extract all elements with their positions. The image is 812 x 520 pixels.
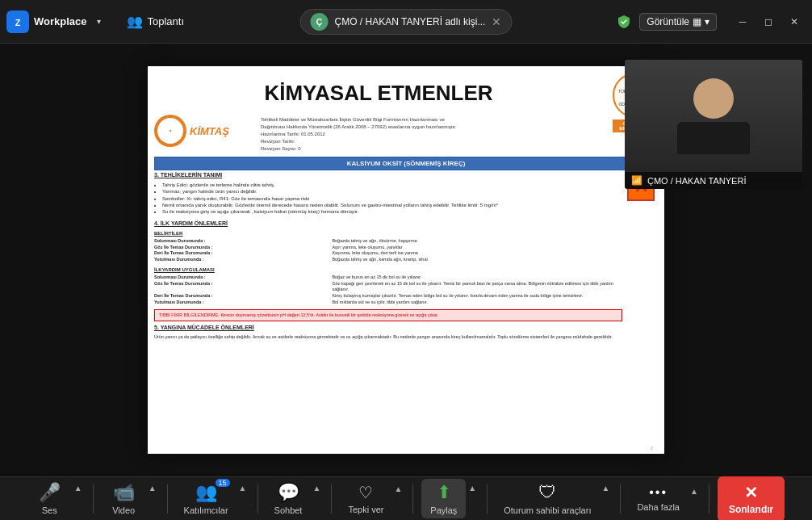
participant-face bbox=[625, 60, 802, 189]
kimtas-logo-area: ✦ KİMTAŞ bbox=[154, 115, 229, 147]
belirtiler-title: BELİRTİLER bbox=[154, 230, 622, 237]
meeting-button[interactable]: 👥 Toplantı bbox=[117, 10, 195, 32]
meeting-toolbar: 🎤 Ses ▲ 📹 Video ▲ 👥 Katılımcılar 15 ▲ 💬 … bbox=[0, 476, 812, 520]
reactions-label: Tepki ver bbox=[348, 505, 383, 514]
close-meeting-icon[interactable]: ✕ bbox=[492, 15, 501, 28]
active-meeting-pill[interactable]: Ç ÇMO / HAKAN TANYERİ adlı kişi... ✕ bbox=[300, 9, 513, 35]
end-icon: ✕ bbox=[744, 483, 758, 502]
window-controls: ─ ◻ ✕ bbox=[731, 10, 806, 33]
ilkyardim-table: Solunması Durumunda :Boğaz ve burun en a… bbox=[154, 275, 622, 305]
audio-button[interactable]: 🎤 Ses bbox=[27, 479, 72, 518]
participant-video-tile: 📶 ÇMO / HAKAN TANYERİ bbox=[625, 60, 802, 189]
main-content-area: KİMYASAL ETMENLER TMSORTÜRK MÜHENDİSVE M… bbox=[0, 44, 812, 476]
microphone-icon: 🎤 bbox=[39, 482, 61, 503]
divider-1 bbox=[93, 484, 94, 514]
reactions-dropdown-arrow[interactable]: ▲ bbox=[391, 484, 404, 493]
audio-label: Ses bbox=[42, 505, 57, 515]
divider-3 bbox=[257, 484, 258, 514]
more-button[interactable]: ••• Daha fazla bbox=[629, 482, 688, 515]
host-tools-button[interactable]: 🛡 Oturum sahibi araçları bbox=[496, 479, 599, 518]
more-label: Daha fazla bbox=[637, 502, 680, 512]
reactions-icon: ♡ bbox=[358, 483, 373, 502]
chat-button[interactable]: 💬 Sohbet bbox=[266, 479, 311, 518]
participant-name-bar: 📶 ÇMO / HAKAN TANYERİ bbox=[625, 172, 802, 189]
end-group: ✕ Sonlandır bbox=[713, 476, 789, 521]
host-tools-label: Oturum sahibi araçları bbox=[504, 505, 591, 515]
more-group: ••• Daha fazla ▲ bbox=[624, 482, 705, 515]
share-icon: ⬆ bbox=[437, 482, 451, 503]
participants-button[interactable]: 👥 Katılımcılar 15 bbox=[176, 479, 236, 518]
close-button[interactable]: ✕ bbox=[783, 10, 806, 33]
minimize-button[interactable]: ─ bbox=[731, 10, 754, 33]
app-dropdown-arrow[interactable]: ▾ bbox=[97, 17, 101, 26]
share-button[interactable]: ⬆ Paylaş bbox=[421, 479, 466, 518]
svg-text:Z: Z bbox=[15, 18, 21, 27]
page-number: 2 bbox=[651, 446, 653, 451]
video-dropdown-arrow[interactable]: ▲ bbox=[146, 484, 159, 493]
chat-dropdown-arrow[interactable]: ▲ bbox=[311, 484, 324, 493]
divider-4 bbox=[331, 484, 332, 514]
restore-button[interactable]: ◻ bbox=[757, 10, 780, 33]
participants-icon: 👥 bbox=[195, 482, 217, 503]
view-dropdown-arrow: ▾ bbox=[705, 16, 709, 27]
zoom-logo-icon: Z bbox=[6, 10, 29, 33]
meeting-label: Toplantı bbox=[148, 15, 185, 27]
doc-info-block: Tehlikeli Maddeler ve Müstahzarlara İliş… bbox=[261, 116, 601, 153]
host-tools-group: 🛡 Oturum sahibi araçları ▲ bbox=[491, 479, 617, 518]
audio-dropdown-arrow[interactable]: ▲ bbox=[72, 484, 85, 493]
more-dropdown-arrow[interactable]: ▲ bbox=[688, 487, 701, 496]
section4-title: 4. İLK YARDIM ÖNLEMLERİ bbox=[154, 220, 622, 228]
video-group: 📹 Video ▲ bbox=[97, 479, 164, 518]
host-tools-icon: 🛡 bbox=[538, 482, 556, 503]
meeting-icon: 👥 bbox=[127, 14, 143, 29]
meeting-participant-text: ÇMO / HAKAN TANYERİ adlı kişi... bbox=[335, 16, 486, 27]
share-group: ⬆ Paylaş ▲ bbox=[416, 479, 483, 518]
doc-body: 3. TEHLİKELERİN TANIMI Tahriş Edici; göz… bbox=[154, 171, 622, 340]
app-logo: Z Workplace bbox=[6, 10, 87, 33]
yangina-text: Ürün yanıcı ya da patlayıcı özelliğe sah… bbox=[154, 333, 622, 340]
chat-icon: 💬 bbox=[278, 482, 299, 503]
ilkyardim-title: İLKYARDIM UYGULAMASI bbox=[154, 266, 622, 273]
host-tools-dropdown-arrow[interactable]: ▲ bbox=[599, 484, 612, 493]
divider-6 bbox=[487, 484, 488, 514]
view-button[interactable]: Görüntüle ▦ ▾ bbox=[639, 13, 717, 31]
reactions-button[interactable]: ♡ Tepki ver bbox=[340, 480, 391, 518]
end-meeting-button[interactable]: ✕ Sonlandır bbox=[718, 476, 785, 521]
divider-7 bbox=[620, 484, 621, 514]
more-icon: ••• bbox=[649, 485, 668, 500]
reactions-group: ♡ Tepki ver ▲ bbox=[335, 480, 409, 518]
app-name: Workplace bbox=[34, 15, 87, 28]
divider-5 bbox=[412, 484, 413, 514]
titlebar-right: Görüntüle ▦ ▾ ─ ◻ ✕ bbox=[617, 10, 806, 33]
section5-title: 5. YANGINA MÜCADELE ÖNLEMLERİ bbox=[154, 324, 622, 332]
chat-label: Sohbet bbox=[274, 505, 303, 515]
titlebar: Z Workplace ▾ 👥 Toplantı Ç ÇMO / HAKAN T… bbox=[0, 0, 812, 44]
participants-dropdown-arrow[interactable]: ▲ bbox=[236, 484, 249, 493]
video-label: Video bbox=[112, 505, 135, 515]
kalsiyum-bar: KALSİYUM OKSİT (SÖNMEMİŞ KİREÇ) bbox=[154, 157, 658, 170]
doc-main-title: KİMYASAL ETMENLER bbox=[157, 81, 600, 106]
participants-group: 👥 Katılımcılar 15 ▲ bbox=[171, 479, 254, 518]
section3-title: 3. TEHLİKELERİN TANIMI bbox=[154, 171, 622, 179]
signal-bars-icon: 📶 bbox=[631, 175, 642, 186]
audio-group: 🎤 Ses ▲ bbox=[23, 479, 90, 518]
end-label: Sonlandır bbox=[729, 504, 773, 515]
share-dropdown-arrow[interactable]: ▲ bbox=[466, 484, 479, 493]
shield-icon bbox=[617, 15, 631, 29]
shared-document: KİMYASAL ETMENLER TMSORTÜRK MÜHENDİSVE M… bbox=[148, 66, 664, 454]
participants-label: Katılımcılar bbox=[184, 505, 228, 515]
security-shield-button[interactable] bbox=[617, 15, 631, 29]
belirtiler-table: Solunması Durumunda :Boğazda tahriş ve a… bbox=[154, 238, 622, 263]
share-label: Paylaş bbox=[430, 505, 457, 515]
meeting-avatar: Ç bbox=[311, 13, 329, 31]
video-button[interactable]: 📹 Video bbox=[102, 479, 146, 518]
divider-8 bbox=[709, 484, 709, 514]
participant-count-badge: 15 bbox=[216, 479, 230, 487]
participant-name: ÇMO / HAKAN TANYERİ bbox=[647, 176, 746, 186]
divider-2 bbox=[167, 484, 168, 514]
video-camera-icon: 📹 bbox=[113, 482, 135, 503]
kimtas-label: KİMTAŞ bbox=[190, 125, 229, 137]
red-info-box: TIBBİ FİKİR BİLGİLENDİRME: Kirecin doyma… bbox=[154, 309, 622, 322]
goruntule-label: Görüntüle bbox=[647, 16, 689, 27]
view-layout-icon: ▦ bbox=[693, 16, 701, 27]
